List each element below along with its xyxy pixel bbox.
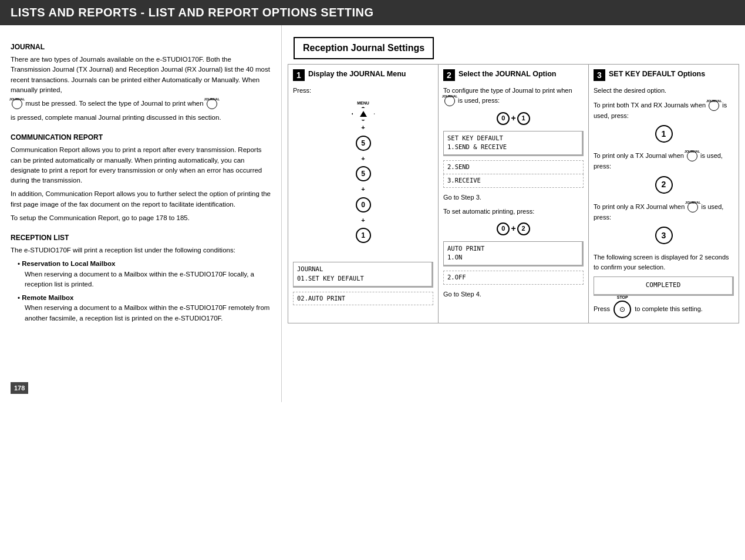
journal-icon-step3a: JOURNAL — [709, 100, 719, 111]
bullet-item-2: • Remote Mailbox When reserving a docume… — [18, 293, 271, 323]
menu-label: MENU — [352, 100, 375, 107]
stop-label: STOP — [617, 295, 628, 301]
step2-disp2-line2: 1.ON — [447, 253, 578, 262]
key-5b-circle: 5 — [356, 166, 371, 181]
plus-step2b: + — [511, 222, 515, 235]
step3-option3: To print only a RX Journal when JOURNAL … — [594, 202, 734, 247]
step-3: 3 SET KEY DEFAULT Options Select the des… — [589, 65, 739, 323]
option2-key-wrapper: 2 — [594, 174, 734, 196]
key-0b-step2: 0 — [497, 222, 510, 235]
step2-dashed2: 3.RECEIVE — [443, 174, 584, 188]
step-1-title: Display the JOURNAL Menu — [308, 69, 406, 80]
key-5a-circle: 5 — [356, 136, 371, 151]
step-3-title: SET KEY DEFAULT Options — [609, 69, 705, 80]
step1-display-wrapper: JOURNAL 01.SET KEY DEFAULT 02.AUTO PRINT — [293, 262, 433, 305]
step3-option1: To print both TX and RX Journals when JO… — [594, 100, 734, 146]
key-2-step2: 2 — [517, 222, 530, 235]
step-2-header: 2 Select the JOURNAL Option — [443, 69, 584, 81]
journal-icon-step2a: JOURNAL — [444, 96, 455, 106]
comm-report-title: COMMUNICATION REPORT — [11, 132, 271, 143]
step-1-header: 1 Display the JOURNAL Menu — [293, 69, 433, 81]
step3-opt3-text: To print only a RX Journal when JOURNAL … — [594, 202, 734, 222]
key-1-step2: 1 — [517, 112, 530, 125]
bullet2-text: When reserving a document to a Mailbox w… — [25, 303, 271, 323]
step3-press-stop: Press STOP ⊙ to complete this setting. — [594, 301, 734, 318]
step2-disp2-line1: AUTO PRINT — [447, 244, 578, 254]
step1-display-box: JOURNAL 01.SET KEY DEFAULT — [293, 262, 433, 288]
menu-key-wrapper: MENU — [352, 100, 375, 122]
step2-goto4: Go to Step 4. — [443, 289, 584, 299]
stop-icon: ⊙ — [619, 304, 625, 315]
steps-container: 1 Display the JOURNAL Menu Press: MENU — [288, 64, 739, 323]
journal-icon-step3b: JOURNAL — [687, 151, 697, 161]
step-3-header: 3 SET KEY DEFAULT Options — [594, 69, 734, 81]
plus-step2a: + — [511, 112, 515, 124]
step1-plus-4: + — [293, 215, 433, 225]
step3-option2: To print only a TX Journal when JOURNAL … — [594, 151, 734, 196]
key-2-option2: 2 — [655, 176, 673, 194]
step2-goto3: Go to Step 3. — [443, 193, 584, 203]
arrow-up-icon — [360, 111, 367, 117]
stop-button: STOP ⊙ — [613, 301, 631, 318]
key-1: 1 — [293, 227, 433, 244]
step-1-body: Press: MENU + — [293, 86, 433, 305]
journal-icon-1: JOURNAL — [12, 99, 22, 109]
main-content: JOURNAL There are two types of Journals … — [0, 25, 745, 402]
step-3-body: Select the desired option. To print both… — [594, 86, 734, 318]
bullet1-head: • Reservation to Local Mailbox — [18, 259, 271, 269]
step-2-body: To configure the type of Journal to prin… — [443, 86, 584, 299]
journal-text3: is pressed, complete manual Journal prin… — [11, 113, 271, 123]
comm-text3: To setup the Communication Report, go to… — [11, 213, 271, 223]
bullet-item-1: • Reservation to Local Mailbox When rese… — [18, 259, 271, 289]
step2-keys-row1: 0 + 1 — [443, 111, 584, 126]
step1-plus-1: + — [293, 123, 433, 133]
step2-text1: To configure the type of Journal to prin… — [443, 86, 584, 106]
step2-dashed1: 2.SEND — [443, 160, 584, 174]
step3-opt2-text: To print only a TX Journal when JOURNAL … — [594, 151, 734, 171]
header-title: LISTS AND REPORTS - LIST AND REPORT OPTI… — [11, 6, 374, 19]
key-5-first: 5 — [293, 134, 433, 152]
step1-plus-2: + — [293, 154, 433, 164]
step-2-number: 2 — [443, 69, 455, 81]
step1-box-line2: 01.SET KEY DEFAULT — [297, 274, 428, 284]
page-number: 178 — [11, 382, 28, 394]
option1-key-wrapper: 1 — [594, 123, 734, 145]
step-1-number: 1 — [293, 69, 305, 81]
step-2: 2 Select the JOURNAL Option To configure… — [439, 65, 589, 323]
key-0-step2: 0 — [497, 112, 510, 125]
press-label: Press: — [293, 86, 433, 96]
step2-text2: To set automatic printing, press: — [443, 207, 584, 217]
step2-display1: SET KEY DEFAULT 1.SEND & RECEIVE — [443, 131, 584, 157]
menu-diamond-shape — [352, 107, 375, 121]
completed-label: COMPLETED — [646, 281, 681, 289]
journal-section-title: JOURNAL — [11, 42, 271, 52]
step3-intro: Select the desired option. — [594, 86, 734, 96]
step2-dashed3: 2.OFF — [443, 271, 584, 285]
step-2-title: Select the JOURNAL Option — [459, 69, 556, 80]
step2-keys-row2: 0 + 2 — [443, 221, 584, 237]
bullet2-head: • Remote Mailbox — [18, 293, 271, 303]
comm-text1: Communication Report allows you to print… — [11, 145, 271, 185]
step-1: 1 Display the JOURNAL Menu Press: MENU — [288, 65, 439, 323]
step-3-number: 3 — [594, 69, 605, 81]
key-1-circle: 1 — [356, 228, 371, 243]
reception-text1: The e-STUDIO170F will print a reception … — [11, 245, 271, 255]
step1-dashed-box: 02.AUTO PRINT — [293, 292, 433, 306]
completed-box: COMPLETED — [594, 276, 734, 296]
key-0: 0 — [293, 196, 433, 214]
step1-keys: MENU + 5 + — [293, 100, 433, 245]
key-5-second: 5 — [293, 165, 433, 183]
journal-icon-2: JOURNAL — [207, 99, 217, 109]
right-panel: Reception Journal Settings 1 Display the… — [282, 25, 745, 402]
journal-text2: JOURNAL must be pressed. To select the t… — [11, 99, 271, 109]
comm-text2: In addition, Communication Report allows… — [11, 189, 271, 210]
step2-disp1-line1: SET KEY DEFAULT — [447, 134, 578, 143]
key-1-option1: 1 — [655, 125, 673, 143]
page-number-badge: 178 — [11, 370, 271, 394]
step3-opt1-text: To print both TX and RX Journals when JO… — [594, 100, 734, 121]
step2-disp1-line2: 1.SEND & RECEIVE — [447, 143, 578, 152]
page-header: LISTS AND REPORTS - LIST AND REPORT OPTI… — [0, 0, 745, 25]
left-panel: JOURNAL There are two types of Journals … — [0, 25, 282, 402]
bullet1-text: When reserving a document to a Mailbox w… — [25, 269, 271, 290]
step3-completed-text: The following screen is displayed for 2 … — [594, 252, 734, 272]
